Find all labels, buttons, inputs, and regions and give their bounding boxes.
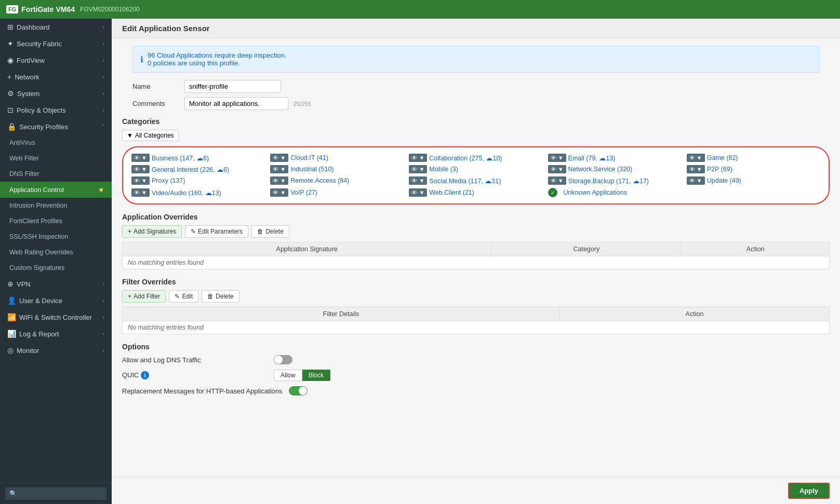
sidebar-item-network[interactable]: +Network › xyxy=(0,69,112,85)
chevron-icon: › xyxy=(102,74,104,80)
cat-eye-voip[interactable]: 👁 ▼ xyxy=(270,188,288,197)
cat-eye-p2p[interactable]: 👁 ▼ xyxy=(687,165,705,173)
cat-eye-video-audio[interactable]: 👁 ▼ xyxy=(131,188,150,197)
col-filter-details: Filter Details xyxy=(123,307,560,321)
cat-name-p2p[interactable]: P2P (69) xyxy=(707,166,732,173)
cat-name-business[interactable]: Business (147, ☁6) xyxy=(152,154,209,162)
edit-parameters-button[interactable]: ✎ Edit Parameters xyxy=(185,225,248,238)
sidebar-item-custom-signatures[interactable]: Custom Signatures xyxy=(0,260,112,276)
cat-eye-industrial[interactable]: 👁 ▼ xyxy=(270,165,288,173)
category-web-client: 👁 ▼ Web.Client (21) xyxy=(409,188,542,197)
sidebar-item-web-rating[interactable]: Web Rating Overrides xyxy=(0,244,112,260)
info-banner: ℹ 96 Cloud Applications require deep ins… xyxy=(132,46,819,73)
cat-name-update[interactable]: Update (49) xyxy=(707,177,741,184)
sidebar-search-input[interactable] xyxy=(5,487,106,500)
filter-overrides-title: Filter Overrides xyxy=(122,278,830,286)
security-fabric-icon: ✦ xyxy=(7,39,14,48)
cat-eye-cloud-it[interactable]: 👁 ▼ xyxy=(270,154,288,162)
cat-name-industrial[interactable]: Industrial (510) xyxy=(290,166,334,173)
cat-name-game[interactable]: Game (82) xyxy=(707,154,738,161)
cat-check-unknown[interactable]: ✓ xyxy=(548,188,557,197)
cat-eye-storage-backup[interactable]: 👁 ▼ xyxy=(548,176,566,185)
fortiview-icon: ◉ xyxy=(7,56,14,64)
cat-eye-general-interest[interactable]: 👁 ▼ xyxy=(131,165,150,173)
replacement-toggle-knob xyxy=(299,387,307,395)
cat-name-storage-backup[interactable]: Storage.Backup (171, ☁17) xyxy=(568,177,649,185)
cat-name-general-interest[interactable]: General.Interest (226, ☁6) xyxy=(152,166,229,173)
sidebar-item-dashboard[interactable]: ⊞Dashboard › xyxy=(0,19,112,35)
cat-eye-remote-access[interactable]: 👁 ▼ xyxy=(270,176,288,185)
sidebar-item-forticlient-profiles[interactable]: FortiClient Profiles xyxy=(0,213,112,229)
app-layout: ⊞Dashboard › ✦Security Fabric › ◉FortiVi… xyxy=(0,19,840,504)
sidebar-item-wifi-switch[interactable]: 📶WiFi & Switch Controller › xyxy=(0,309,112,325)
cat-eye-email[interactable]: 👁 ▼ xyxy=(548,154,566,162)
topbar: FG FortiGate VM64 FGVM020000106200 xyxy=(0,0,840,19)
sidebar-label-monitor: Monitor xyxy=(17,347,39,355)
cat-name-cloud-it[interactable]: Cloud.IT (41) xyxy=(290,154,328,161)
quic-info-icon[interactable]: i xyxy=(141,371,149,379)
sidebar-item-policy-objects[interactable]: ⊡Policy & Objects › xyxy=(0,102,112,118)
cat-eye-mobile[interactable]: 👁 ▼ xyxy=(409,165,427,173)
filter-overrides-empty-row: No matching entries found xyxy=(123,321,830,334)
cat-name-network-service[interactable]: Network.Service (320) xyxy=(568,166,633,173)
cat-name-remote-access[interactable]: Remote.Access (84) xyxy=(290,177,349,184)
quic-row: QUIC i Allow Block xyxy=(122,370,830,381)
app-overrides-empty-row: No matching entries found xyxy=(123,256,830,269)
sidebar-item-user-device[interactable]: 👤User & Device › xyxy=(0,292,112,309)
sidebar-item-vpn[interactable]: ⊕VPN › xyxy=(0,276,112,292)
sidebar-item-system[interactable]: ⚙System › xyxy=(0,85,112,102)
sidebar-item-security-profiles[interactable]: 🔒Security Profiles ˅ xyxy=(0,118,112,135)
cat-eye-web-client[interactable]: 👁 ▼ xyxy=(409,188,427,197)
category-industrial: 👁 ▼ Industrial (510) xyxy=(270,165,404,173)
delete-app-button[interactable]: 🗑 Delete xyxy=(251,225,289,238)
sidebar-item-log-report[interactable]: 📊Log & Report › xyxy=(0,325,112,342)
cat-name-video-audio[interactable]: Video/Audio (160, ☁13) xyxy=(152,189,221,197)
chevron-icon: ˅ xyxy=(101,124,104,130)
cat-eye-business[interactable]: 👁 ▼ xyxy=(131,154,150,162)
cat-eye-proxy[interactable]: 👁 ▼ xyxy=(131,176,150,185)
comments-input[interactable] xyxy=(184,97,288,110)
sidebar-label-security-profiles: Security Profiles xyxy=(19,123,68,131)
sidebar-label-intrusion: Intrusion Prevention xyxy=(9,202,67,209)
sidebar-item-web-filter[interactable]: Web Filter xyxy=(0,151,112,166)
all-categories-button[interactable]: ▼ All Categories xyxy=(122,130,179,141)
cat-eye-social-media[interactable]: 👁 ▼ xyxy=(409,176,427,185)
quic-allow-button[interactable]: Allow xyxy=(274,370,302,381)
sidebar-item-security-fabric[interactable]: ✦Security Fabric › xyxy=(0,35,112,52)
quic-block-button[interactable]: Block xyxy=(302,370,330,381)
info-banner-icon: ℹ xyxy=(140,55,143,64)
cat-eye-game[interactable]: 👁 ▼ xyxy=(687,154,705,162)
cat-name-social-media[interactable]: Social.Media (117, ☁31) xyxy=(429,177,501,185)
sidebar-item-application-control[interactable]: Application Control ★ xyxy=(0,182,112,198)
sidebar-label-custom-signatures: Custom Signatures xyxy=(9,264,64,271)
cat-name-unknown-apps[interactable]: Unknown Applications xyxy=(564,189,627,196)
cat-name-web-client[interactable]: Web.Client (21) xyxy=(429,189,474,196)
edit-filter-button[interactable]: ✎ Edit xyxy=(169,290,198,303)
cat-eye-network-service[interactable]: 👁 ▼ xyxy=(548,165,566,173)
delete-filter-button[interactable]: 🗑 Delete xyxy=(202,290,239,303)
cat-eye-update[interactable]: 👁 ▼ xyxy=(687,176,705,185)
cat-eye-collaboration[interactable]: 👁 ▼ xyxy=(409,154,427,162)
sidebar-label-web-rating: Web Rating Overrides xyxy=(9,249,73,256)
chevron-icon: › xyxy=(102,40,104,47)
cat-name-email[interactable]: Email (79, ☁13) xyxy=(568,154,616,162)
logo-icon: FG xyxy=(6,5,18,13)
sidebar-item-ssl-ssh[interactable]: SSL/SSH Inspection xyxy=(0,229,112,244)
sidebar-item-fortiview[interactable]: ◉FortiView › xyxy=(0,52,112,69)
dashboard-icon: ⊞ xyxy=(7,23,14,31)
add-filter-button[interactable]: + Add Filter xyxy=(122,290,166,303)
cat-name-collaboration[interactable]: Collaboration (275, ☁10) xyxy=(429,154,502,162)
name-input[interactable] xyxy=(184,80,281,93)
replacement-toggle[interactable] xyxy=(289,386,308,396)
add-signatures-button[interactable]: + Add Signatures xyxy=(122,225,182,238)
cat-name-proxy[interactable]: Proxy (137) xyxy=(152,177,185,184)
sidebar-item-monitor[interactable]: ◎Monitor › xyxy=(0,342,112,359)
cat-name-voip[interactable]: VoIP (27) xyxy=(290,189,317,196)
sidebar-item-dns-filter[interactable]: DNS Filter xyxy=(0,166,112,182)
dns-traffic-toggle[interactable] xyxy=(274,355,292,364)
cat-name-mobile[interactable]: Mobile (3) xyxy=(429,166,458,173)
sidebar-item-intrusion-prevention[interactable]: Intrusion Prevention xyxy=(0,198,112,213)
sidebar-item-antivirus[interactable]: AntiVirus xyxy=(0,135,112,151)
category-business: 👁 ▼ Business (147, ☁6) xyxy=(131,154,265,162)
apply-button[interactable]: Apply xyxy=(788,483,830,499)
